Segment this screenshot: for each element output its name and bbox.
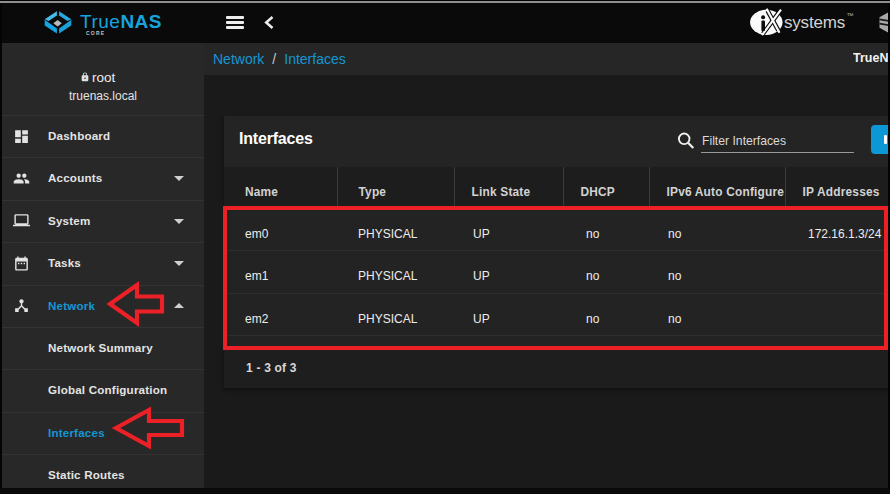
svg-text:CORE: CORE — [86, 30, 104, 36]
